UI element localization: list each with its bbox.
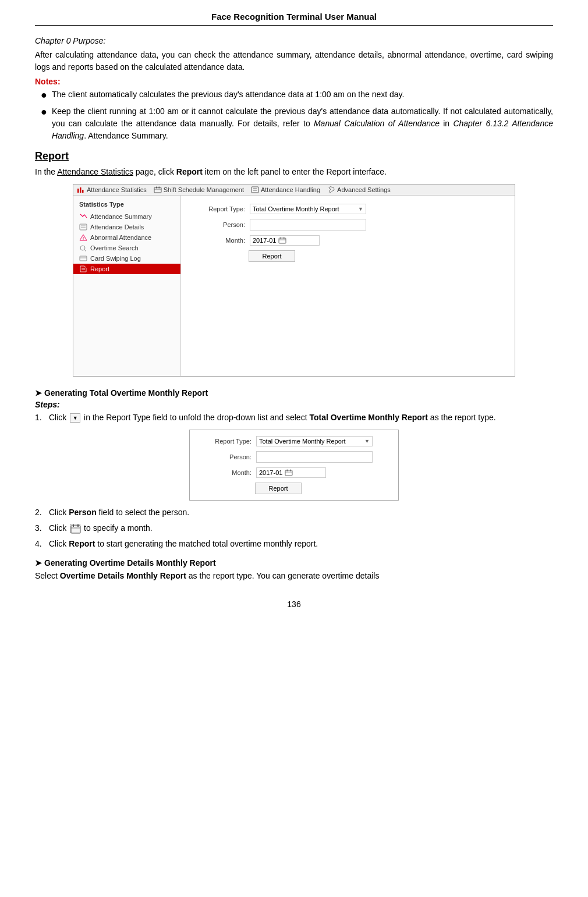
menu-attendance-summary[interactable]: Attendance Summary [73,211,180,222]
abnormal-attendance-icon [79,234,87,241]
chapter-body: After calculating attendance data, you c… [35,49,553,73]
bullet-dot-2: ● [41,104,47,120]
small-person-row: Person: [199,451,389,463]
step-3-number: 3. [35,522,49,534]
svg-rect-25 [285,470,292,476]
arrow-prefix: ➤ [35,388,44,398]
step-3-text: Click to specify a month. [49,522,153,534]
steps-list-continued: 2. Click Person field to select the pers… [35,506,553,550]
svg-rect-21 [279,238,286,243]
page-footer: 136 [35,600,553,609]
bullet-item-2: ● Keep the client running at 1:00 am or … [41,105,553,142]
menu-attendance-details[interactable]: Attendance Details [73,222,180,232]
topbar-attendance-stats: Attendance Statistics [77,186,147,193]
left-panel: Statistics Type Attendance Summary Atten… [73,196,181,376]
notes-label: Notes: [35,77,553,86]
overtime-details-body: Select Overtime Details Monthly Report a… [35,570,553,582]
bar-chart-icon [77,186,85,193]
step-2-text: Click Person field to select the person. [49,506,189,519]
svg-rect-23 [281,237,282,239]
page-number: 136 [287,600,300,609]
svg-rect-3 [154,187,161,193]
step-4: 4. Click Report to start generating the … [35,538,553,550]
svg-rect-5 [156,187,157,189]
generating-heading: ➤ Generating Total Overtime Monthly Repo… [35,388,553,398]
svg-point-15 [80,246,85,250]
svg-rect-17 [80,256,87,261]
menu-report[interactable]: Report [73,264,180,274]
screenshot-topbar: Attendance Statistics Shift Schedule Man… [73,185,515,196]
small-report-button-row: Report [199,483,389,494]
report-type-label: Report Type: [193,205,245,212]
month-input[interactable]: 2017-01 [250,235,320,246]
topbar-attendance-handling: Attendance Handling [251,186,320,193]
svg-rect-24 [284,237,285,239]
step-3: 3. Click to specify a month. [35,522,553,534]
small-person-input[interactable] [256,451,373,463]
report-intro: In the Attendance Statistics page, click… [35,166,553,178]
dropdown-arrow-icon: ▼ [358,206,363,212]
calendar-small-icon [278,237,286,244]
report-button[interactable]: Report [249,250,295,262]
small-month-row: Month: 2017-01 [199,467,389,478]
person-input[interactable] [250,219,366,231]
menu-card-swiping-log[interactable]: Card Swiping Log [73,253,180,264]
svg-rect-10 [80,224,87,230]
svg-rect-31 [73,524,74,527]
report-type-row: Report Type: Total Overtime Monthly Repo… [193,204,503,214]
small-report-type-label: Report Type: [199,438,252,445]
small-month-input[interactable]: 2017-01 [256,467,326,478]
menu-abnormal-attendance[interactable]: Abnormal Attendance [73,232,180,243]
svg-rect-29 [71,526,80,533]
calendar-icon [154,186,162,193]
statistics-type-label: Statistics Type [73,199,180,211]
person-row: Person: [193,219,503,231]
steps-label: Steps: [35,400,553,409]
step-4-text: Click Report to start generating the mat… [49,538,318,550]
dropdown-button-icon: ▼ [70,413,80,423]
menu-overtime-search[interactable]: Overtime Search [73,243,180,253]
bullet-item-1: ● The client automatically calculates th… [41,88,553,103]
svg-rect-7 [252,187,258,193]
bullet-text-1: The client automatically calculates the … [52,88,405,101]
small-report-type-select[interactable]: Total Overtime Monthly Report ▼ [256,436,373,446]
step-4-number: 4. [35,538,49,550]
small-screenshot: Report Type: Total Overtime Monthly Repo… [189,430,399,501]
main-screenshot: Attendance Statistics Shift Schedule Man… [73,184,515,377]
bullet-dot-1: ● [41,87,47,103]
small-report-button[interactable]: Report [255,483,302,494]
person-label: Person: [193,221,245,228]
small-report-type-row: Report Type: Total Overtime Monthly Repo… [199,436,389,446]
small-person-label: Person: [199,453,252,460]
page-header: Face Recognition Terminal User Manual [35,12,553,26]
svg-rect-6 [158,187,160,189]
header-title-normal: User Manual [323,12,377,22]
notes-list: ● The client automatically calculates th… [41,88,553,142]
report-icon [79,265,87,272]
calendar-inline-icon [70,524,80,533]
svg-rect-28 [290,470,291,471]
overtime-arrow-prefix: ➤ [35,558,44,568]
report-heading: Report [35,150,553,162]
attendance-handling-icon [251,186,259,193]
card-log-icon [79,255,87,262]
overtime-search-icon [79,244,87,251]
bullet-text-2: Keep the client running at 1:00 am or it… [52,105,553,142]
month-label: Month: [193,237,245,244]
svg-line-16 [84,250,86,251]
report-type-select[interactable]: Total Overtime Monthly Report ▼ [250,204,366,214]
screenshot-body: Statistics Type Attendance Summary Atten… [73,196,515,376]
svg-rect-2 [82,190,84,193]
overtime-details-heading: ➤ Generating Overtime Details Monthly Re… [35,558,553,568]
small-report-type-value: Total Overtime Monthly Report [259,438,362,445]
topbar-advanced-settings: Advanced Settings [327,186,391,193]
small-calendar-icon [285,469,293,476]
step-1: 1. Click ▼ in the Report Type field to u… [35,412,553,424]
step-2: 2. Click Person field to select the pers… [35,506,553,519]
svg-rect-27 [287,470,288,471]
small-form: Report Type: Total Overtime Monthly Repo… [190,430,398,500]
small-month-value: 2017-01 [259,469,282,476]
chapter-title: Chapter 0 Purpose: [35,36,553,45]
month-row: Month: 2017-01 [193,235,503,246]
wrench-icon [327,186,335,193]
